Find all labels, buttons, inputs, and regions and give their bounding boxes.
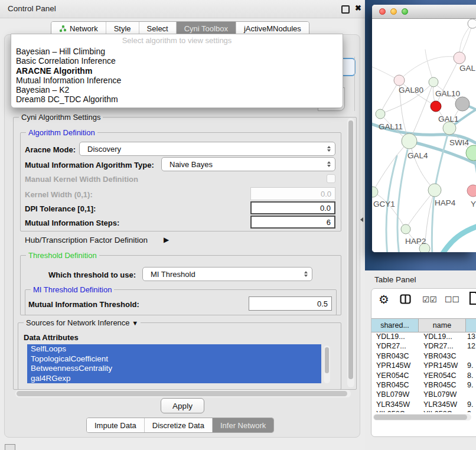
- expanded-arrow-icon[interactable]: ▼: [132, 319, 138, 327]
- network-edge: [406, 190, 435, 229]
- data-attribute-item[interactable]: BetweennessCentrality: [27, 364, 321, 374]
- mi-threshold-field[interactable]: 0.5: [249, 296, 332, 311]
- gear-icon[interactable]: ⚙: [379, 292, 389, 306]
- column-header[interactable]: shared...: [371, 318, 419, 332]
- table-row[interactable]: YDR27...YDR27...12: [371, 341, 476, 351]
- network-node[interactable]: [401, 224, 410, 234]
- apply-button[interactable]: Apply: [161, 398, 204, 413]
- table-cell: YBR045C: [371, 380, 419, 390]
- bottom-tab-strip: Impute DataDiscretize DataInfer Network: [86, 418, 274, 433]
- tab-label: Impute Data: [94, 421, 136, 430]
- table-cell: YBR045C: [419, 380, 466, 390]
- attributes-scrollbar[interactable]: [324, 345, 330, 383]
- table-cell: YER054C: [419, 371, 466, 380]
- minimize-traffic-light-icon[interactable]: [390, 8, 397, 15]
- table-row[interactable]: YBL079WYBL079W: [371, 390, 476, 399]
- network-canvas[interactable]: GALGAL80GAL10GAL11GAL1SWI4GAL4GCY1HAP4YH…: [372, 19, 476, 252]
- dpi-tolerance-field[interactable]: 0.0: [250, 201, 335, 214]
- network-node[interactable]: [394, 75, 405, 86]
- manual-kernel-checkbox[interactable]: [327, 174, 335, 183]
- collapsed-arrow-icon[interactable]: ▶: [164, 236, 169, 244]
- panel-collapse-arrow-icon[interactable]: [360, 217, 363, 222]
- table-cell: YPR145W: [371, 361, 419, 370]
- kernel-width-field[interactable]: 0.0: [250, 187, 335, 200]
- close-traffic-light-icon[interactable]: [379, 8, 386, 15]
- export-table-icon[interactable]: [469, 291, 476, 308]
- algorithm-option[interactable]: ARACNE Algorithm: [11, 66, 343, 76]
- table-cell: YLR345W: [371, 400, 419, 409]
- split-columns-icon[interactable]: [400, 294, 411, 306]
- which-threshold-select[interactable]: MI Threshold: [142, 267, 312, 281]
- apply-button-label: Apply: [172, 402, 193, 410]
- table-cell: YER054C: [371, 371, 419, 380]
- algorithm-option[interactable]: Dream8 DC_TDC Algorithm: [11, 94, 343, 104]
- data-attribute-item[interactable]: TopologicalCoefficient: [27, 354, 321, 364]
- table-row[interactable]: YER054CYER054C8.: [371, 371, 476, 380]
- algorithm-dropdown: Select algorithm to view settings Bayesi…: [11, 34, 343, 108]
- table-row[interactable]: YPR145WYPR145W9.: [371, 361, 476, 370]
- network-node[interactable]: [431, 101, 441, 112]
- network-node[interactable]: [372, 187, 378, 197]
- network-node[interactable]: [402, 133, 417, 149]
- network-node[interactable]: [455, 97, 470, 111]
- bottom-left-button[interactable]: [5, 444, 15, 450]
- table-row[interactable]: YDL19...YDL19...13: [371, 332, 476, 341]
- mi-steps-field[interactable]: 6: [250, 216, 335, 229]
- data-attribute-item[interactable]: gal4RGexp: [27, 374, 321, 384]
- aracne-mode-label: Aracne Mode:: [25, 145, 76, 154]
- data-attribute-item[interactable]: SelfLoops: [27, 344, 321, 354]
- table-row[interactable]: YBR045CYBR045C9.: [371, 380, 476, 390]
- settings-vertical-scrollbar[interactable]: [347, 118, 354, 387]
- aracne-mode-value: Discovery: [87, 145, 121, 154]
- column-header[interactable]: [466, 318, 476, 332]
- algorithm-option[interactable]: Mutual Information Inference: [11, 76, 343, 85]
- scrollbar-thumb[interactable]: [325, 347, 329, 373]
- tab-label: Style: [114, 24, 131, 33]
- network-edge: [380, 80, 399, 114]
- tab-infer-network[interactable]: Infer Network: [213, 418, 273, 432]
- table-row[interactable]: YBR043CYBR043C: [371, 351, 476, 361]
- table-row[interactable]: YLR345WYLR345W9.: [371, 400, 476, 409]
- which-threshold-value: MI Threshold: [151, 270, 195, 279]
- scrollbar-thumb[interactable]: [348, 120, 353, 379]
- column-header[interactable]: name: [419, 318, 466, 332]
- settings-horizontal-scrollbar[interactable]: [15, 390, 351, 397]
- algorithm-option[interactable]: Basic Correlation Inference: [11, 56, 343, 66]
- network-node[interactable]: [429, 77, 438, 87]
- mi-type-select[interactable]: Naive Bayes: [161, 157, 335, 171]
- scrollbar-thumb[interactable]: [17, 391, 347, 396]
- table-cell: YDL19...: [419, 332, 466, 341]
- table-cell: YIL052C: [371, 409, 419, 412]
- network-window-titlebar: [372, 5, 476, 19]
- network-node[interactable]: [376, 109, 385, 119]
- mi-steps-label: Mutual Information Steps:: [25, 219, 119, 227]
- close-icon[interactable]: ✖: [355, 4, 361, 12]
- aracne-mode-select[interactable]: Discovery: [79, 142, 335, 156]
- table-cell: YLR345W: [419, 400, 466, 409]
- float-icon[interactable]: [341, 5, 350, 14]
- tab-label: Network: [70, 24, 98, 33]
- tab-label: Discretize Data: [152, 421, 204, 430]
- table-cell: 12: [466, 341, 476, 351]
- tab-impute-data[interactable]: Impute Data: [87, 418, 145, 432]
- network-node[interactable]: [467, 185, 476, 197]
- zoom-traffic-light-icon[interactable]: [402, 8, 408, 15]
- network-edge: [442, 226, 476, 252]
- network-node[interactable]: [443, 122, 456, 135]
- hub-definition-label[interactable]: Hub/Transcription Factor Definition: [25, 236, 148, 244]
- unchecked-columns-icon[interactable]: ☐☐: [445, 295, 459, 304]
- table-cell: 13: [466, 332, 476, 341]
- network-node[interactable]: [428, 184, 441, 197]
- algorithm-option[interactable]: Bayesian – K2: [11, 85, 343, 94]
- algorithm-option[interactable]: Bayesian – Hill Climbing: [11, 47, 343, 56]
- table-horizontal-scrollbar[interactable]: [373, 414, 471, 420]
- network-node[interactable]: [454, 52, 465, 64]
- network-node[interactable]: [468, 19, 476, 28]
- algorithm-dropdown-placeholder: Select algorithm to view settings: [11, 36, 343, 47]
- checked-columns-icon[interactable]: ☑☑: [422, 295, 437, 304]
- table-row[interactable]: YIL052CYIL052C9: [371, 409, 476, 412]
- network-node-label: GAL4: [407, 151, 428, 160]
- tab-discretize-data[interactable]: Discretize Data: [145, 418, 213, 432]
- mi-threshold-value: 0.5: [317, 299, 328, 308]
- scrollbar-thumb[interactable]: [374, 415, 467, 420]
